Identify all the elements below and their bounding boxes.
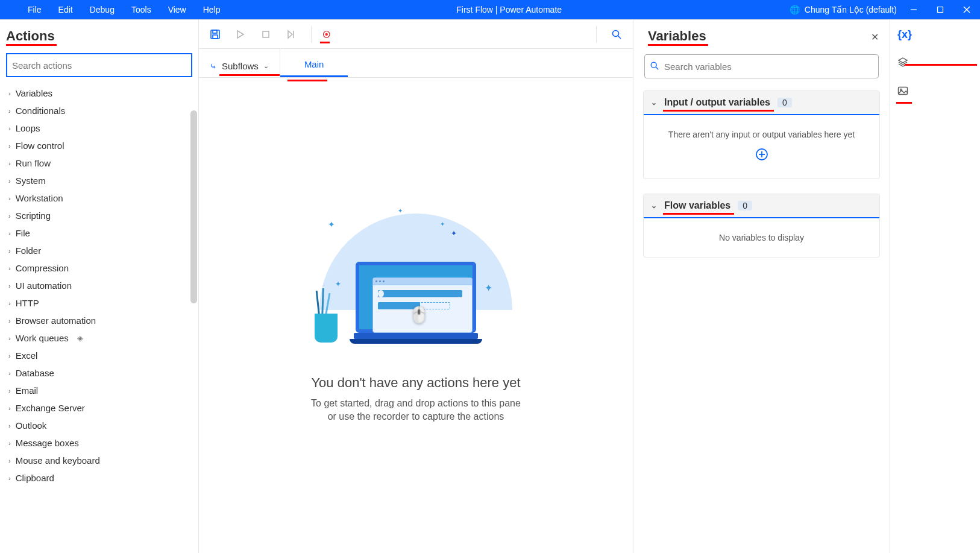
- chevron-right-icon: ›: [8, 370, 11, 377]
- variables-search-input[interactable]: [664, 62, 873, 72]
- chevron-right-icon: ›: [8, 125, 11, 132]
- action-category[interactable]: ›Conditionals: [0, 102, 198, 119]
- chevron-down-icon: ⌄: [263, 62, 269, 70]
- action-category-label: Run flow: [16, 158, 51, 168]
- red-annotation: [320, 42, 330, 43]
- action-category[interactable]: ›Database: [0, 364, 198, 382]
- io-variables-body: There aren't any input or output variabl…: [644, 115, 879, 179]
- record-button[interactable]: [322, 25, 341, 43]
- red-annotation: [896, 102, 912, 104]
- window-controls: [900, 0, 980, 19]
- add-io-variable-button[interactable]: [755, 148, 768, 164]
- action-category[interactable]: ›Email: [0, 382, 198, 399]
- menu-debug[interactable]: Debug: [81, 0, 123, 19]
- action-category[interactable]: ›HTTP: [0, 294, 198, 312]
- action-category[interactable]: ›Compression: [0, 259, 198, 277]
- action-category[interactable]: ›Outlook: [0, 417, 198, 434]
- io-variables-header[interactable]: ⌄ Input / output variables 0: [644, 91, 879, 115]
- toolbar-separator: [311, 26, 312, 43]
- action-category[interactable]: ›System: [0, 172, 198, 189]
- chevron-right-icon: ›: [8, 457, 11, 464]
- menu-file[interactable]: File: [19, 0, 50, 19]
- action-category-label: UI automation: [16, 280, 72, 291]
- run-button[interactable]: [231, 25, 250, 43]
- subflows-label: Subflows: [222, 61, 259, 71]
- action-category-label: Variables: [16, 88, 52, 98]
- chevron-right-icon: ›: [8, 405, 11, 412]
- actions-panel: Actions ›Variables›Conditionals›Loops›Fl…: [0, 20, 199, 553]
- action-category[interactable]: ›Work queues◈: [0, 329, 198, 347]
- menu-tools[interactable]: Tools: [123, 0, 160, 19]
- step-button[interactable]: [282, 25, 300, 43]
- action-category[interactable]: ›Excel: [0, 347, 198, 364]
- action-category[interactable]: ›Message boxes: [0, 434, 198, 452]
- chevron-right-icon: ›: [8, 230, 11, 237]
- actions-search[interactable]: [6, 53, 192, 77]
- action-category[interactable]: ›Variables: [0, 84, 198, 102]
- flow-variables-header[interactable]: ⌄ Flow variables 0: [644, 194, 879, 218]
- action-category-label: Browser automation: [16, 315, 96, 326]
- action-category[interactable]: ›Workstation: [0, 189, 198, 207]
- scrollbar-thumb[interactable]: [190, 110, 197, 303]
- svg-rect-6: [213, 35, 218, 39]
- globe-icon: 🌐: [790, 5, 800, 14]
- actions-search-input[interactable]: [12, 60, 186, 71]
- action-category[interactable]: ›Folder: [0, 242, 198, 259]
- variables-tab-icon[interactable]: {x}: [897, 28, 912, 41]
- minimize-button[interactable]: [900, 0, 927, 19]
- action-category-label: Outlook: [16, 420, 47, 431]
- menu-help[interactable]: Help: [195, 0, 229, 19]
- action-category-label: Compression: [16, 263, 69, 273]
- flow-variables-section: ⌄ Flow variables 0 No variables to displ…: [643, 194, 880, 258]
- action-category-label: Conditionals: [16, 106, 66, 116]
- menu-view[interactable]: View: [160, 0, 195, 19]
- action-category[interactable]: ›Exchange Server: [0, 399, 198, 417]
- empty-heading: You don't have any actions here yet: [311, 375, 520, 391]
- action-category[interactable]: ›Mouse and keyboard: [0, 452, 198, 469]
- app-body: Actions ›Variables›Conditionals›Loops›Fl…: [0, 19, 980, 553]
- red-annotation: [905, 64, 977, 66]
- toolbar-separator: [596, 26, 597, 43]
- action-category-label: File: [16, 228, 30, 238]
- svg-marker-9: [288, 31, 292, 38]
- subflow-tabs: ⤷ Subflows ⌄ Main: [199, 49, 633, 78]
- menu-bar: File Edit Debug Tools View Help: [0, 0, 229, 19]
- close-button[interactable]: [953, 0, 980, 19]
- close-variables-button[interactable]: ✕: [868, 29, 881, 45]
- stop-button[interactable]: [257, 25, 275, 43]
- images-icon[interactable]: [897, 86, 908, 99]
- chevron-right-icon: ›: [8, 475, 11, 482]
- save-button[interactable]: [206, 25, 224, 43]
- title-bar: File Edit Debug Tools View Help First Fl…: [0, 0, 980, 19]
- profile-name: Chung Tấn Lộc (default): [805, 5, 897, 14]
- action-category-label: Message boxes: [16, 438, 79, 448]
- action-category[interactable]: ›Loops: [0, 119, 198, 137]
- svg-rect-1: [938, 7, 943, 13]
- subflows-dropdown[interactable]: ⤷ Subflows ⌄: [199, 61, 280, 77]
- action-category[interactable]: ›Clipboard: [0, 469, 198, 487]
- action-category[interactable]: ›Flow control: [0, 137, 198, 154]
- menu-edit[interactable]: Edit: [50, 0, 81, 19]
- action-category[interactable]: ›Run flow: [0, 154, 198, 172]
- svg-point-12: [325, 33, 328, 36]
- tab-main[interactable]: Main: [280, 59, 348, 77]
- action-category[interactable]: ›UI automation: [0, 277, 198, 294]
- search-icon: [650, 61, 659, 72]
- action-category-label: Scripting: [16, 210, 51, 221]
- action-category[interactable]: ›File: [0, 224, 198, 242]
- designer-canvas-empty[interactable]: ✦✦✦ ✦✦✦ 🖱️ You don't hav: [199, 78, 633, 553]
- designer-panel: ⤷ Subflows ⌄ Main: [199, 20, 633, 553]
- chevron-right-icon: ›: [8, 422, 11, 429]
- maximize-button[interactable]: [927, 0, 953, 19]
- action-category-label: Mouse and keyboard: [16, 455, 100, 466]
- premium-icon: ◈: [77, 333, 83, 343]
- action-category[interactable]: ›Scripting: [0, 207, 198, 224]
- action-category[interactable]: ›Browser automation: [0, 312, 198, 329]
- svg-rect-5: [213, 30, 217, 33]
- search-flow-button[interactable]: [608, 25, 626, 43]
- variables-search[interactable]: [644, 54, 879, 78]
- chevron-right-icon: ›: [8, 282, 11, 289]
- subflows-icon: ⤷: [210, 62, 217, 71]
- profile-area[interactable]: 🌐 Chung Tấn Lộc (default): [790, 5, 900, 14]
- flow-variables-body: No variables to display: [644, 218, 879, 257]
